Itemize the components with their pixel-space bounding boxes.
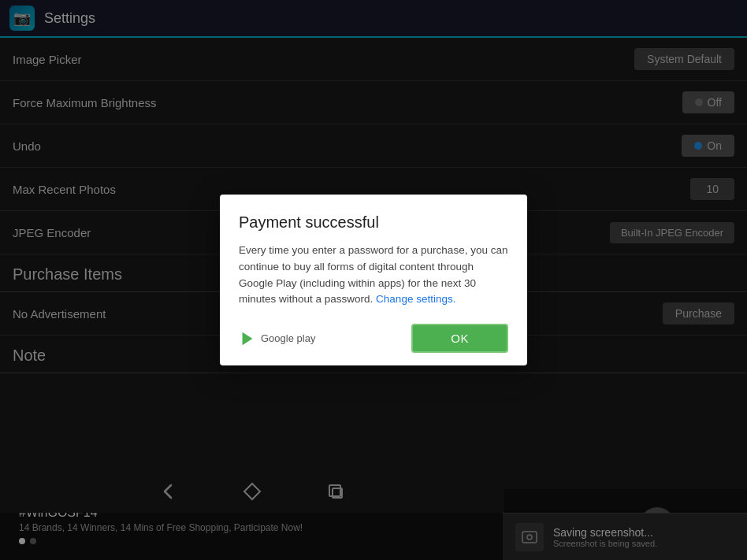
google-play-logo: Google play bbox=[239, 330, 315, 347]
change-settings-link[interactable]: Change settings. bbox=[376, 293, 455, 305]
google-play-icon bbox=[239, 330, 256, 347]
payment-modal: Payment successful Every time you enter … bbox=[220, 195, 527, 366]
google-play-text: Google play bbox=[261, 332, 315, 344]
modal-body: Every time you enter a password for a pu… bbox=[239, 243, 508, 309]
ok-button[interactable]: OK bbox=[411, 324, 508, 353]
modal-footer: Google play OK bbox=[239, 324, 508, 353]
svg-marker-0 bbox=[243, 332, 253, 346]
modal-title: Payment successful bbox=[239, 213, 508, 232]
modal-overlay: Payment successful Every time you enter … bbox=[0, 0, 747, 560]
